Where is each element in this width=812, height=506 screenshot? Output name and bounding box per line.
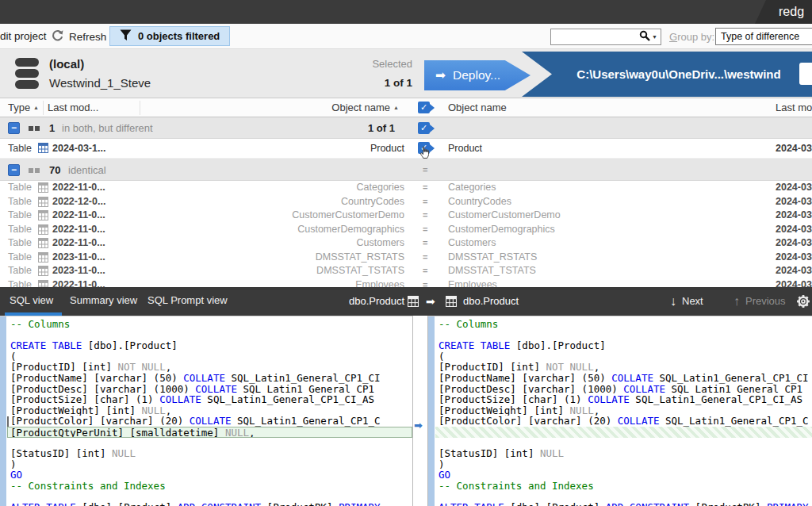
group-by-select[interactable]: Type of difference [715,28,812,45]
table-row[interactable]: Table2022-12-0...CountryCodes=CountryCod… [0,195,812,209]
table-icon [38,210,48,223]
previous-button[interactable]: ↑ Previous [733,287,786,316]
next-button[interactable]: ↓ Next [670,287,703,316]
code-line: CREATE TABLE [dbo].[Product] [439,340,812,351]
object-name-right: DMSSTAT_RSTATS [448,251,537,263]
table-icon [38,266,48,278]
search-input[interactable] [551,30,639,44]
last-modified-left: 2022-11-0... [52,182,105,193]
object-name-left: CustomerDemographics [238,224,404,235]
group-by-label: Group by: [669,31,714,43]
both-different-icon [29,126,40,131]
code-line: ) [439,459,812,470]
select-all-checkbox[interactable]: ✓ [418,102,430,113]
column-header-type[interactable]: Type [8,102,30,113]
search-icon[interactable] [639,30,650,44]
target-banner: C:\Users\way0u\OneDriv...\westwind [522,52,812,97]
object-type: Table [8,279,32,288]
group-label: in both, but different [62,122,153,134]
object-type: Table [8,237,32,248]
object-name-left: Categories [238,182,404,193]
sql-pane-left[interactable]: -- Columns CREATE TABLE [dbo].[Product](… [0,316,413,506]
up-arrow-icon: ↑ [733,287,740,316]
refresh-icon [51,29,64,44]
table-row[interactable]: Table2022-11-0...Employees=Employees2024… [0,278,812,288]
code-line: [ProductColor] [varchar] (20) COLLATE SQ… [10,416,412,427]
sort-asc-icon: ▲ [33,105,39,110]
sql-pane-right[interactable]: -- Columns CREATE TABLE [dbo].[Product](… [427,316,812,506]
last-modified-left: 2022-12-0... [52,196,105,207]
table-row[interactable]: Table2022-11-0...Customers=Customers2024… [0,236,812,251]
group-row-identical[interactable]: − 70 identical = [0,159,812,181]
tab-summary-view[interactable]: Summary view [70,287,137,313]
deploy-button[interactable]: ➡ Deploy... [424,60,530,90]
diff-overview-gutter[interactable] [428,316,435,506]
last-modified-right: 2024-03-... [776,251,812,263]
column-header-last-modified-right[interactable]: Last mod... [776,102,812,113]
code-line: [ProductID] [int] NOT NULL, [439,362,812,373]
last-modified-right: 2024-03-... [776,182,812,193]
edit-project-button[interactable]: Edit project [0,30,47,42]
sql-compare-window: redg Edit project Refresh 0 objects filt… [0,0,812,506]
equal-icon: = [423,197,427,206]
table-row[interactable]: Table2022-11-0...CustomerCustomerDemo=Cu… [0,209,812,223]
last-modified-left: 2022-11-0... [52,237,105,248]
equal-icon: = [423,266,427,275]
table-row-product[interactable]: Table 2024-03-1... Product ✓ Product 202… [0,139,812,159]
table-row[interactable]: Table2023-11-0...DMSSTAT_TSTATS=DMSSTAT_… [0,264,812,278]
table-row[interactable]: Table2022-11-0...Categories=Categories20… [0,181,812,195]
code-line: [ProductName] [varchar] (50) COLLATE SQL… [439,373,812,384]
table-row[interactable]: Table2022-11-0...CustomerDemographics=Cu… [0,223,812,237]
column-header-object-name[interactable]: Object name [238,102,390,113]
tab-sql-prompt-view[interactable]: SQL Prompt view [147,287,228,313]
table-icon [38,238,48,251]
code-line: [ProductQtyPerUnit] [smalldatetime] NULL… [7,427,412,438]
equal-icon: = [423,252,427,262]
code-line: [ProductID] [int] NOT NULL, [10,362,412,373]
map-arrow-icon: ➡ [426,287,435,316]
collapse-icon[interactable]: − [8,164,20,176]
toolbar: Edit project Refresh 0 objects filtered … [0,24,812,49]
database-name: Westwind_1_Steve [49,76,151,90]
object-type: Table [8,209,32,220]
group-checkbox[interactable]: ✓ [418,122,430,134]
equal-icon: = [423,182,427,192]
settings-gear-icon[interactable] [796,294,810,311]
column-header-object-name-right[interactable]: Object name [448,102,507,113]
last-modified-left: 2022-11-0... [52,224,105,235]
tab-sql-view[interactable]: SQL view [10,287,53,313]
grid-column-headers: Type ▲ Last mod... Object name ▲ ✓ Objec… [0,98,812,117]
code-line: [ProductWeight] [int] NULL, [10,405,412,416]
object-name-left: CountryCodes [238,196,404,207]
column-header-last-modified[interactable]: Last mod... [48,102,98,113]
target-path: C:\Users\way0u\OneDriv...\westwind [569,52,788,97]
table-icon [38,252,48,265]
object-name-left: DMSSTAT_RSTATS [238,251,404,263]
filter-button[interactable]: 0 objects filtered [109,26,230,46]
object-name-right: DMSSTAT_TSTATS [448,265,536,276]
last-modified-left: 2023-11-0... [52,251,105,263]
group-row-different[interactable]: − 1 in both, but different 1 of 1 ✓ [0,117,812,139]
object-type: Table [8,143,32,154]
identical-rows-list: Table2022-11-0...Categories=Categories20… [0,181,812,287]
object-name-right: Categories [448,182,496,193]
object-name-right: Employees [448,279,497,288]
last-modified-right: 2024-03-... [776,196,812,207]
object-name-left: Customers [238,237,404,248]
collapse-icon[interactable]: − [8,122,20,134]
object-type: Table [8,265,32,276]
object-name-right: Product [448,143,482,154]
target-edit-button[interactable] [799,63,812,85]
search-dropdown-caret-icon[interactable]: ▼ [652,34,657,40]
equal-icon: = [423,224,427,234]
refresh-button[interactable]: Refresh [51,27,106,46]
code-line: ALTER TABLE [dbo].[Product] ADD CONSTRAI… [10,502,412,506]
group-selected-count: 1 of 1 [301,122,395,134]
equal-icon: = [423,238,427,247]
table-row[interactable]: Table2023-11-0...DMSSTAT_RSTATS=DMSSTAT_… [0,251,812,265]
code-line: [ProductSize] [char] (1) COLLATE SQL_Lat… [10,394,412,405]
right-object-name: dbo.Product [463,287,519,316]
diff-overview-gutter[interactable] [0,316,6,506]
code-line: [StatusID] [int] NULL [439,448,812,459]
code-line: CREATE TABLE [dbo].[Product] [10,340,412,351]
